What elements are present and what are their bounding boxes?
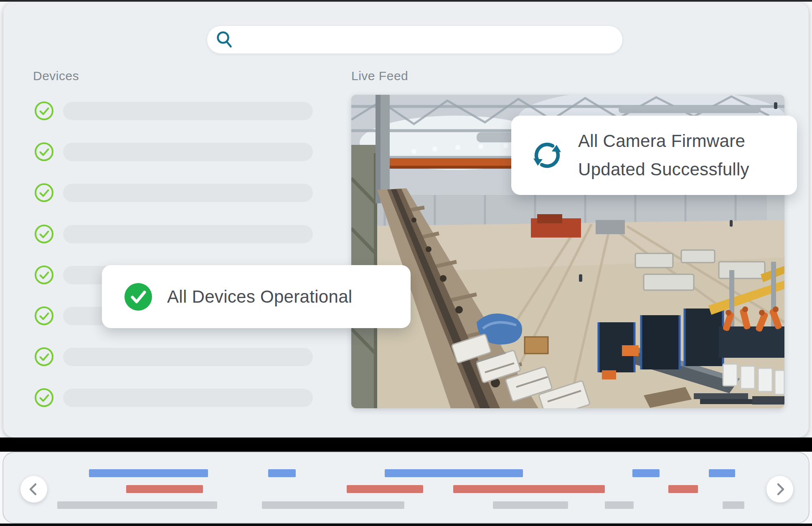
panel-divider-band (0, 437, 812, 452)
timeline-bar-blue (709, 469, 735, 477)
status-ok-icon (34, 224, 54, 244)
page-root: Devices Live Feed (0, 0, 812, 526)
timeline-bar-gray (57, 501, 217, 509)
device-name-placeholder (63, 225, 313, 243)
status-ok-icon (34, 306, 54, 326)
timeline-bar-red (126, 485, 203, 493)
timeline-bar-gray (262, 501, 404, 509)
device-list (34, 2, 318, 437)
timeline-bars (3, 453, 809, 523)
status-ok-icon (34, 142, 54, 162)
prev-page-button[interactable] (20, 476, 47, 503)
status-ok-icon (34, 183, 54, 202)
main-panel: Devices Live Feed (3, 2, 809, 437)
status-ok-icon (34, 388, 54, 407)
toast-devices-text: All Devices Operational (167, 287, 352, 307)
top-edge-strip (0, 0, 812, 2)
timeline-bar-gray (493, 501, 568, 509)
check-circle-icon (124, 282, 153, 311)
status-ok-icon (34, 101, 54, 121)
device-list-item[interactable] (34, 224, 313, 244)
device-list-item[interactable] (34, 183, 313, 202)
toast-firmware-updated: All Camera Firmware Updated Successfully (511, 116, 797, 195)
toast-firmware-line2: Updated Successfully (578, 155, 749, 184)
chevron-right-icon (770, 479, 790, 499)
device-name-placeholder (63, 389, 313, 407)
timeline-bar-gray (723, 501, 744, 509)
timeline-bar-red (453, 485, 605, 493)
timeline-bar-red (347, 485, 423, 493)
sync-refresh-icon (531, 139, 563, 171)
chevron-left-icon (24, 479, 44, 499)
timeline-bar-gray (605, 501, 634, 509)
device-name-placeholder (63, 143, 313, 161)
status-ok-icon (34, 347, 54, 367)
device-list-item[interactable] (34, 388, 313, 407)
timeline-panel (3, 452, 809, 523)
device-list-item[interactable] (34, 101, 313, 121)
device-name-placeholder (63, 184, 313, 202)
toast-all-devices-operational: All Devices Operational (102, 265, 411, 328)
timeline-bar-blue (268, 469, 296, 477)
timeline-bar-blue (632, 469, 660, 477)
toast-firmware-line1: All Camera Firmware (578, 127, 749, 155)
bottom-edge-strip (0, 523, 812, 526)
next-page-button[interactable] (766, 476, 793, 503)
device-list-item[interactable] (34, 142, 313, 162)
timeline-bar-red (668, 485, 698, 493)
status-ok-icon (34, 265, 54, 285)
device-name-placeholder (63, 102, 313, 120)
toast-firmware-text: All Camera Firmware Updated Successfully (578, 127, 749, 184)
timeline-bar-blue (89, 469, 208, 477)
timeline-bar-blue (385, 469, 523, 477)
live-feed-section-label: Live Feed (351, 69, 408, 83)
device-name-placeholder (63, 348, 313, 366)
device-list-item[interactable] (34, 347, 313, 367)
